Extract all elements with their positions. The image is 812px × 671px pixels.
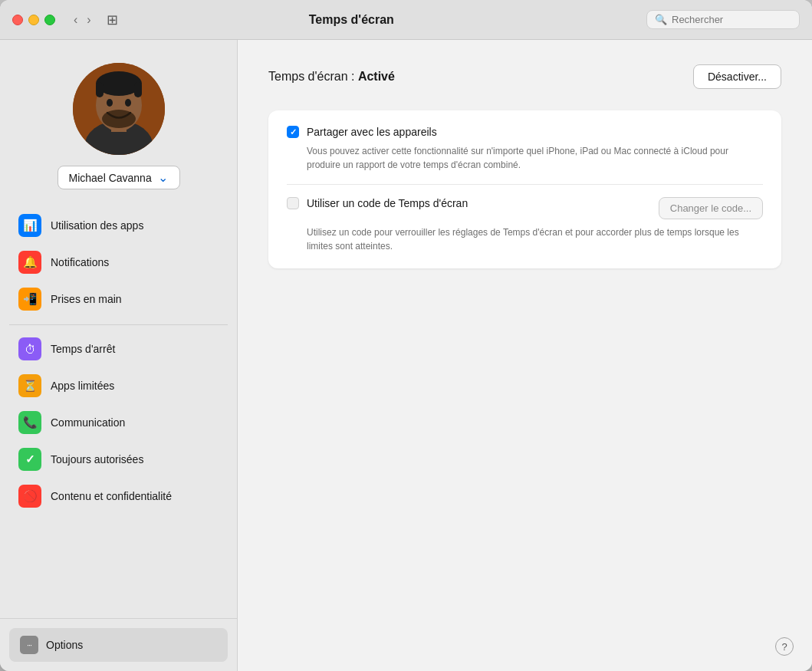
sidebar-item-downtime[interactable]: ⏱ Temps d'arrêt	[9, 331, 228, 367]
status-row: Temps d'écran : Activé Désactiver...	[268, 64, 781, 89]
downtime-icon: ⏱	[18, 337, 41, 360]
passcode-checkbox[interactable]	[287, 197, 299, 209]
passcode-setting-header: Utiliser un code de Temps d'écran Change…	[287, 197, 763, 219]
deactivate-button[interactable]: Désactiver...	[693, 64, 781, 89]
sidebar-item-always-allowed[interactable]: ✓ Toujours autorisées	[9, 442, 228, 477]
sidebar-item-label: Toujours autorisées	[51, 453, 143, 465]
minimize-button[interactable]	[28, 15, 39, 25]
sidebar-item-label: Notifications	[51, 256, 109, 268]
user-section: Michael Cavanna ⌄	[0, 55, 237, 205]
maximize-button[interactable]	[44, 15, 55, 25]
svg-rect-6	[134, 82, 142, 97]
main-window: ‹ › ⊞ Temps d'écran 🔍	[0, 0, 812, 671]
sidebar: Michael Cavanna ⌄ 📊 Utilisation des apps	[0, 40, 238, 671]
avatar-image	[73, 63, 165, 155]
sidebar-item-notifications[interactable]: 🔔 Notifications	[9, 245, 228, 280]
main-panel: Temps d'écran : Activé Désactiver... Par…	[238, 40, 812, 671]
content-icon: 🚫	[18, 485, 41, 508]
notifications-icon: 🔔	[18, 251, 41, 274]
nav-group-1: 📊 Utilisation des apps 🔔 Notifications 📲	[9, 205, 228, 321]
share-desc: Vous pouvez activer cette fonctionnalité…	[287, 144, 763, 172]
sidebar-item-communication[interactable]: 📞 Communication	[9, 405, 228, 440]
traffic-lights	[12, 15, 55, 25]
options-icon: ···	[20, 636, 38, 654]
content-area: Michael Cavanna ⌄ 📊 Utilisation des apps	[0, 40, 812, 671]
share-setting-header: Partager avec les appareils	[287, 126, 763, 138]
user-name: Michael Cavanna	[69, 172, 152, 184]
chevron-down-icon: ⌄	[158, 170, 168, 185]
settings-divider	[287, 184, 763, 185]
svg-point-9	[102, 110, 136, 128]
help-button[interactable]: ?	[775, 637, 794, 656]
sidebar-item-label: Temps d'arrêt	[51, 343, 115, 355]
close-button[interactable]	[12, 15, 23, 25]
change-code-button[interactable]: Changer le code...	[659, 197, 763, 219]
passcode-desc: Utilisez un code pour verrouiller les ré…	[287, 225, 763, 253]
avatar	[73, 63, 165, 155]
svg-point-8	[125, 99, 131, 107]
svg-rect-5	[96, 82, 104, 97]
status-prefix: Temps d'écran :	[268, 70, 358, 83]
sidebar-item-label: Prises en main	[51, 293, 122, 305]
app-limits-icon: ⏳	[18, 374, 41, 397]
status-value: Activé	[358, 70, 395, 83]
options-button[interactable]: ··· Options	[9, 628, 228, 662]
sidebar-item-label: Apps limitées	[51, 380, 114, 392]
sidebar-item-app-limits[interactable]: ⏳ Apps limitées	[9, 368, 228, 403]
titlebar: ‹ › ⊞ Temps d'écran 🔍	[0, 0, 812, 40]
sidebar-item-label: Utilisation des apps	[51, 219, 143, 232]
sidebar-item-label: Communication	[51, 416, 125, 429]
nav-items: 📊 Utilisation des apps 🔔 Notifications 📲	[0, 205, 237, 618]
user-selector[interactable]: Michael Cavanna ⌄	[58, 166, 180, 189]
share-label: Partager avec les appareils	[307, 126, 437, 138]
always-allowed-icon: ✓	[18, 448, 41, 471]
sidebar-item-app-usage[interactable]: 📊 Utilisation des apps	[9, 208, 228, 243]
communication-icon: 📞	[18, 411, 41, 434]
sidebar-item-content[interactable]: 🚫 Contenu et confidentialité	[9, 479, 228, 514]
share-setting-row: Partager avec les appareils Vous pouvez …	[287, 126, 763, 172]
sidebar-footer: ··· Options	[0, 618, 237, 671]
passcode-label: Utiliser un code de Temps d'écran	[307, 197, 651, 209]
window-title: Temps d'écran	[66, 13, 637, 27]
pickups-icon: 📲	[18, 288, 41, 311]
sidebar-item-label: Contenu et confidentialité	[51, 490, 172, 502]
share-checkbox[interactable]	[287, 126, 299, 138]
search-input[interactable]	[672, 14, 791, 25]
app-usage-icon: 📊	[18, 214, 41, 237]
settings-section: Partager avec les appareils Vous pouvez …	[268, 110, 781, 268]
options-label: Options	[46, 639, 83, 651]
status-text: Temps d'écran : Activé	[268, 70, 395, 84]
sidebar-item-pickups[interactable]: 📲 Prises en main	[9, 281, 228, 317]
svg-point-7	[107, 99, 113, 107]
passcode-setting-row: Utiliser un code de Temps d'écran Change…	[287, 197, 763, 253]
search-bar[interactable]: 🔍	[646, 10, 800, 29]
nav-group-2: ⏱ Temps d'arrêt ⏳ Apps limitées 📞	[9, 324, 228, 518]
search-icon: 🔍	[655, 14, 667, 25]
